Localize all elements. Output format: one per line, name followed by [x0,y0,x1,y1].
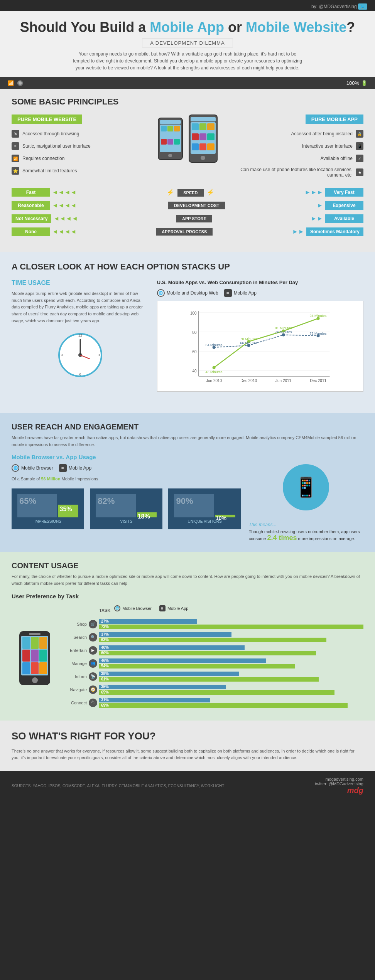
appstore-center: APP STORE [80,215,309,222]
shop-row: Shop 🛒 27% 73% [66,619,363,629]
feature-static: ≡ Static, navigational user interface [12,142,146,150]
connect-web-pct: 31% [101,698,109,702]
manage-app-bar: 54% [99,664,295,668]
speed-icon-right: ⚡ [207,189,215,195]
browser-icon: 🌐 [12,464,19,472]
inform-icon: 📡 [89,672,97,681]
svg-text:40: 40 [192,369,197,373]
navigate-app-bar: 65% [99,690,334,695]
navigate-label: Navigate [66,687,87,692]
entertain-row: Entertain ▶ 40% 60% [66,645,363,655]
inform-web-pct: 39% [101,672,109,676]
reach-desc: Mobile browsers have far greater reach t… [12,434,363,448]
entertain-icon: ▶ [89,646,97,655]
search-row: Search 🔍 37% 63% [66,632,363,642]
browser-icon2: 🌐 [114,605,120,611]
comp-appstore: Not Necessary ◄◄◄◄ APP STORE ►► Availabl… [12,214,363,223]
browser-bar3: 90% [174,494,214,517]
svg-text:94 Minutes: 94 Minutes [309,314,327,318]
app-legend-label2: Mobile App [167,606,188,611]
speed-left: Fast [12,188,50,197]
task-rows: Shop 🛒 27% 73% Search [66,619,363,708]
browser-bar2: 82% [96,494,135,517]
shop-web-bar: 27% [99,619,197,624]
app-legend2: ▦ Mobile App [59,464,91,472]
svg-text:43 Minutes: 43 Minutes [205,370,223,374]
offline-icon: ✓ [356,155,363,162]
search-web-bar: 37% [99,632,231,637]
comparison-rows: Fast ◄◄◄◄ ⚡ SPEED ⚡ ►►► Very Fast Reason… [12,188,363,236]
line-chart-svg: 100 80 60 40 Jun 2010 [163,307,357,384]
web-legend-label: Mobile and Desktop Web [167,290,218,296]
svg-text:80: 80 [192,330,197,335]
browser-label: Mobile Browser [21,465,53,471]
search-app-bar: 63% [99,638,326,642]
left-column: PURE MOBILE WEBSITE 🖱 Accessed through b… [12,115,146,179]
svg-text:12: 12 [78,333,82,337]
speed-right: Very Fast [325,188,363,197]
clock-graphic: 12 3 6 9 [12,332,149,378]
fg-pct: 35% [58,505,78,514]
chart-header-row: TASK 🌐 Mobile Browser ▦ Mobile App [66,605,363,615]
appstore-right: Available [325,214,363,223]
inform-web-bar: 39% [99,672,239,676]
means-text: Though mobile-browsing users outnumber t… [249,529,363,542]
connect-icon: 🔌 [89,699,97,707]
phone-features-icon: ★ [356,168,363,176]
entertain-app-pct: 60% [101,651,109,655]
arrow-left: ◄◄◄◄ [52,189,76,196]
web-phone-container [158,118,183,160]
browser-legend: 🌐 Mobile Browser [12,464,53,472]
app-bar: 35% [58,505,78,517]
svg-text:74 Minutes: 74 Minutes [275,330,292,334]
reach-content-row: 🌐 Mobile Browser ▦ Mobile App Of a Sampl… [12,464,363,542]
left-header: PURE MOBILE WEBSITE [12,115,82,124]
byline: by: @MDGadvertising [311,4,357,9]
mdg-logo: mdg [315,786,363,795]
svg-text:Jun 2011: Jun 2011 [275,379,292,383]
content-desc: For many, the choice of whether to pursu… [12,573,363,587]
shop-web-pct: 27% [101,619,109,623]
navigate-bars: 35% 65% [99,685,363,695]
browser-legend-label: Mobile Browser [122,606,152,611]
means-highlight: 2.4 times [267,534,297,542]
main-container: by: @MDGadvertising 🐦 Should You Build a… [0,0,375,801]
app-phone [189,115,218,163]
interactive-icon: 📱 [356,142,363,150]
conclusion-section: SO WHAT'S RIGHT FOR YOU? There's no one … [0,721,375,771]
entertain-web-pct: 40% [101,645,109,650]
manage-web-bar: 46% [99,658,266,663]
chart-legend: 🌐 Mobile and Desktop Web ▦ Mobile App [157,289,363,297]
app-legend3: ▦ Mobile App [159,605,188,611]
search-app-pct: 63% [101,638,109,642]
approval-right: Sometimes Mandatory [306,227,363,236]
title-section: Should You Build a Mobile App or Mobile … [0,11,375,77]
app-bar3: 10% [215,515,235,517]
manage-web-pct: 46% [101,658,109,663]
battery-percent: 100% [346,80,359,86]
bg-pct: 65% [17,494,57,508]
clock-svg: 12 3 6 9 [57,332,103,378]
svg-text:Jun 2010: Jun 2010 [206,379,222,383]
reach-subtitle: Mobile Browser vs. App Usage [12,454,363,460]
inform-label: Inform [66,674,87,679]
footer-twitter: twitter: @MDGadvertising [315,781,363,786]
bar-legend: 🌐 Mobile Browser ▦ Mobile App [114,605,188,611]
unique-box: 90% 10% UNIQUE VISITORS [168,488,241,529]
phones-row [158,115,218,163]
reach-right: 📱 This means... Though mobile-browsing u… [249,464,363,542]
bar-chart-container: TASK 🌐 Mobile Browser ▦ Mobile App [12,605,363,711]
feature-interactive: Interactive user interface 📱 [229,142,364,150]
entertain-web-bar: 40% [99,645,245,650]
connect-bars: 31% 69% [99,698,363,708]
approval-left: None [12,227,50,236]
app-legend: ▦ Mobile App [224,289,257,297]
twitter-icon[interactable]: 🐦 [358,3,367,10]
signal-icon: 📶 [8,80,14,86]
content-title: CONTENT USAGE [12,561,363,570]
left-features: 🖱 Accessed through browsing ≡ Static, na… [12,130,146,175]
time-usage-subtitle: TIME USAGE [12,280,149,286]
devcost-right: Expensive [325,201,363,210]
bg-pct3: 90% [174,494,214,508]
fg-pct2: 18% [137,512,157,521]
